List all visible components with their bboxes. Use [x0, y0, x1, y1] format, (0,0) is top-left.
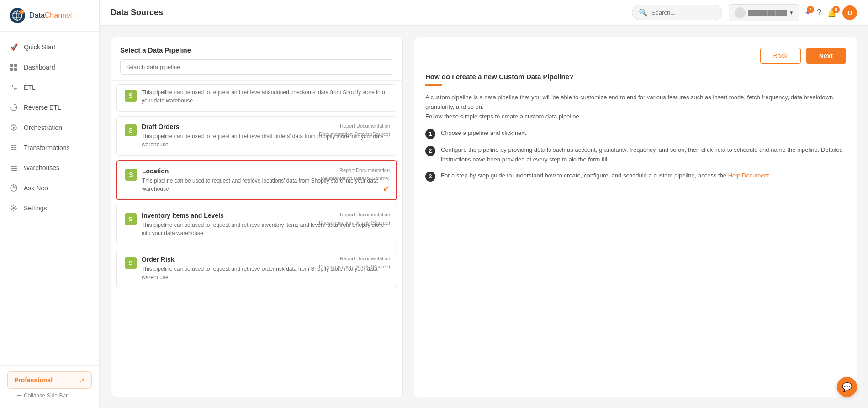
page-title: Data Sources — [111, 8, 163, 17]
pipeline-item-links: Report Documentation Documentation Detai… — [319, 122, 390, 138]
help-step-1: 1 Choose a pipeline and click next. — [425, 129, 846, 139]
selected-checkmark-icon: ✔ — [383, 184, 390, 194]
svg-point-11 — [13, 127, 15, 129]
sidebar-item-label: Ask Neo — [24, 184, 48, 192]
shopify-icon-abandoned: S — [124, 89, 137, 102]
org-selector[interactable]: ██████████ ▾ — [729, 4, 799, 21]
pipeline-item-abandoned-checkouts[interactable]: S This pipeline can be used to request a… — [116, 84, 397, 112]
professional-label: Professional — [14, 376, 53, 384]
search-box[interactable]: 🔍 — [632, 5, 722, 20]
help-step-3: 3 For a step-by-step guide to understand… — [425, 171, 846, 182]
pipeline-search-input[interactable] — [120, 59, 393, 75]
svg-rect-9 — [14, 68, 17, 71]
shopify-icon-order-risk: S — [124, 257, 137, 269]
doc-details-link-order-risk[interactable]: Documentation Details (Source) — [319, 263, 390, 271]
svg-rect-14 — [11, 166, 17, 167]
question-icon: ? — [817, 8, 821, 17]
spark-badge-count: 2 — [807, 6, 814, 13]
pipeline-item-location[interactable]: S Location This pipeline can be used to … — [116, 160, 397, 200]
report-doc-link-inventory[interactable]: Report Documentation — [319, 211, 390, 219]
sidebar-bottom: Professional ↗ ⊢ Collapse Side Bar — [0, 365, 99, 408]
header-right: 🔍 ██████████ ▾ ✦ 2 ? 🔔 5 — [632, 4, 857, 21]
svg-rect-6 — [10, 64, 13, 67]
sidebar-item-label: Settings — [24, 204, 47, 212]
svg-rect-16 — [11, 170, 17, 171]
sidebar-logo: ↗ DataChannel — [0, 0, 99, 32]
help-document-link[interactable]: Help Document — [728, 172, 769, 179]
sidebar-item-quick-start[interactable]: 🚀 Quick Start — [0, 37, 99, 57]
sidebar-item-label: ETL — [24, 84, 36, 91]
notifications-badge-count: 5 — [832, 6, 840, 13]
sidebar-item-transformations[interactable]: Transformations — [0, 138, 99, 158]
search-input[interactable] — [651, 9, 715, 16]
collapse-label: Collapse Side Bar — [24, 392, 68, 399]
warehouses-icon — [9, 163, 18, 172]
org-avatar — [735, 7, 746, 18]
pipeline-item-desc: This pipeline can be used to request and… — [142, 88, 389, 105]
back-button[interactable]: Back — [760, 48, 801, 64]
pipeline-item-draft-orders[interactable]: S Draft Orders This pipeline can be used… — [116, 116, 397, 156]
collapse-arrow-icon: ⊢ — [16, 392, 21, 399]
shopify-icon-draft: S — [124, 124, 137, 137]
professional-upgrade[interactable]: Professional ↗ — [7, 371, 92, 389]
pipeline-list: S This pipeline can be used to request a… — [111, 81, 402, 397]
sidebar-item-warehouses[interactable]: Warehouses — [0, 158, 99, 178]
svg-rect-15 — [11, 168, 17, 169]
doc-details-link-location[interactable]: Documentation Details (Source) — [318, 175, 390, 183]
report-doc-link-order-risk[interactable]: Report Documentation — [319, 255, 390, 263]
sidebar-item-settings[interactable]: Settings — [0, 198, 99, 218]
doc-details-link-inventory[interactable]: Documentation Details (Source) — [319, 219, 390, 227]
svg-rect-8 — [10, 68, 13, 71]
search-icon: 🔍 — [639, 8, 648, 17]
sidebar-item-reverse-etl[interactable]: Reverse ETL — [0, 97, 99, 118]
reverse-etl-icon — [9, 103, 18, 112]
spark-badge[interactable]: ✦ 2 — [804, 8, 811, 18]
pipeline-item-content: This pipeline can be used to request and… — [142, 88, 389, 105]
pipeline-item-header: S This pipeline can be used to request a… — [124, 88, 389, 105]
next-button[interactable]: Next — [806, 48, 846, 64]
chat-button[interactable]: 💬 — [837, 377, 857, 397]
rocket-icon: 🚀 — [9, 43, 18, 52]
pipeline-panel-title: Select a Data Pipeline — [120, 46, 393, 54]
app-logo-icon: ↗ — [9, 7, 26, 24]
step-number-1: 1 — [425, 129, 435, 139]
user-avatar[interactable]: D — [842, 5, 857, 20]
sidebar-item-label: Dashboard — [24, 64, 55, 71]
sidebar-item-orchestration[interactable]: Orchestration — [0, 118, 99, 138]
dashboard-icon — [9, 63, 18, 72]
sidebar-item-label: Reverse ETL — [24, 104, 61, 111]
help-steps: 1 Choose a pipeline and click next. 2 Co… — [425, 129, 846, 182]
shopify-icon-inventory: S — [124, 213, 137, 225]
doc-details-link-draft[interactable]: Documentation Details (Source) — [319, 130, 390, 139]
help-panel: Back Next How do I create a new Custom D… — [414, 37, 857, 397]
main-area: Data Sources 🔍 ██████████ ▾ ✦ 2 ? — [100, 0, 868, 408]
sidebar-item-etl[interactable]: ETL — [0, 77, 99, 97]
sidebar-item-dashboard[interactable]: Dashboard — [0, 57, 99, 77]
help-icon-button[interactable]: ? — [817, 8, 821, 17]
pipeline-panel-header: Select a Data Pipeline — [111, 37, 402, 81]
sidebar-item-ask-neo[interactable]: Ask Neo — [0, 178, 99, 198]
notifications-button[interactable]: 🔔 5 — [827, 8, 837, 18]
svg-rect-7 — [14, 64, 17, 67]
collapse-sidebar-button[interactable]: ⊢ Collapse Side Bar — [7, 389, 92, 403]
org-name: ██████████ — [748, 10, 787, 16]
step-text-3: For a step-by-step guide to understand h… — [441, 171, 771, 181]
help-accent-line — [425, 84, 442, 86]
sidebar-item-label: Quick Start — [24, 43, 55, 51]
svg-text:↗: ↗ — [21, 11, 24, 14]
pipeline-item-inventory[interactable]: S Inventory Items and Levels This pipeli… — [116, 205, 397, 244]
ask-neo-icon — [9, 183, 18, 193]
help-title: How do I create a new Custom Data Pipeli… — [425, 73, 846, 81]
pipeline-item-order-risk[interactable]: S Order Risk This pipeline can be used t… — [116, 249, 397, 288]
action-buttons: Back Next — [425, 48, 846, 64]
report-doc-link-location[interactable]: Report Documentation — [318, 166, 390, 175]
step-number-3: 3 — [425, 172, 435, 182]
etl-icon — [9, 83, 18, 92]
chat-icon: 💬 — [842, 382, 852, 392]
report-doc-link-draft[interactable]: Report Documentation — [319, 122, 390, 130]
pipeline-item-links: Report Documentation Documentation Detai… — [319, 255, 390, 271]
pipeline-panel: Select a Data Pipeline S This pipeline c… — [111, 37, 403, 397]
orchestration-icon — [9, 123, 18, 132]
sidebar-item-label: Orchestration — [24, 124, 62, 131]
header-actions: ██████████ ▾ ✦ 2 ? 🔔 5 D — [729, 4, 857, 21]
